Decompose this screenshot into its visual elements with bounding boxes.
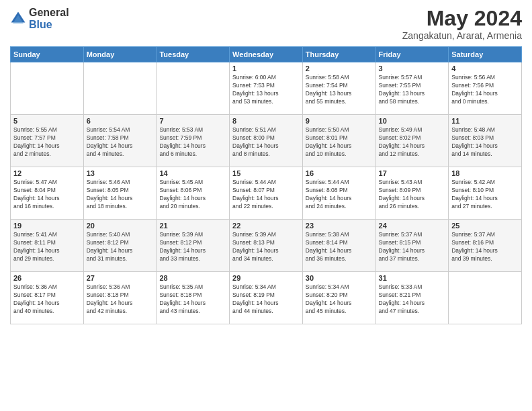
day-info: Sunrise: 5:55 AM Sunset: 7:57 PM Dayligh…: [13, 126, 81, 158]
day-number: 21: [159, 222, 226, 230]
calendar-cell: [83, 62, 157, 115]
day-info: Sunrise: 5:56 AM Sunset: 7:56 PM Dayligh…: [451, 74, 519, 106]
day-info: Sunrise: 5:53 AM Sunset: 7:59 PM Dayligh…: [159, 126, 226, 158]
calendar-cell: 24Sunrise: 5:37 AM Sunset: 8:15 PM Dayli…: [375, 220, 449, 272]
calendar-week-row: 5Sunrise: 5:55 AM Sunset: 7:57 PM Daylig…: [11, 115, 522, 167]
day-number: 17: [379, 169, 446, 177]
calendar-cell: 15Sunrise: 5:44 AM Sunset: 8:07 PM Dayli…: [230, 167, 303, 220]
calendar-cell: [449, 272, 522, 324]
day-number: 25: [451, 222, 519, 230]
day-number: 10: [379, 117, 446, 125]
day-number: 15: [232, 169, 300, 177]
day-info: Sunrise: 5:36 AM Sunset: 8:18 PM Dayligh…: [87, 283, 154, 316]
title-block: May 2024 Zangakatun, Ararat, Armenia: [402, 7, 522, 41]
day-number: 8: [232, 117, 300, 125]
day-info: Sunrise: 5:34 AM Sunset: 8:20 PM Dayligh…: [306, 283, 373, 316]
day-info: Sunrise: 5:48 AM Sunset: 8:03 PM Dayligh…: [451, 126, 519, 158]
day-number: 26: [13, 274, 81, 282]
day-info: Sunrise: 5:58 AM Sunset: 7:54 PM Dayligh…: [306, 74, 373, 106]
month-year-title: May 2024: [402, 7, 522, 30]
calendar-cell: 30Sunrise: 5:34 AM Sunset: 8:20 PM Dayli…: [302, 272, 375, 324]
day-info: Sunrise: 5:40 AM Sunset: 8:12 PM Dayligh…: [87, 231, 154, 263]
day-number: 22: [232, 222, 300, 230]
logo-icon: [10, 11, 26, 27]
day-number: 30: [306, 274, 373, 282]
calendar-cell: 19Sunrise: 5:41 AM Sunset: 8:11 PM Dayli…: [11, 220, 84, 272]
col-header-sunday: Sunday: [11, 47, 84, 62]
day-info: Sunrise: 5:45 AM Sunset: 8:06 PM Dayligh…: [159, 179, 226, 211]
calendar-cell: 18Sunrise: 5:42 AM Sunset: 8:10 PM Dayli…: [449, 167, 522, 220]
day-info: Sunrise: 5:33 AM Sunset: 8:21 PM Dayligh…: [379, 283, 446, 316]
location-subtitle: Zangakatun, Ararat, Armenia: [402, 30, 522, 41]
day-number: 5: [13, 117, 81, 125]
col-header-saturday: Saturday: [449, 47, 522, 62]
day-info: Sunrise: 5:51 AM Sunset: 8:00 PM Dayligh…: [232, 126, 300, 158]
day-number: 28: [159, 274, 226, 282]
day-number: 20: [87, 222, 154, 230]
col-header-thursday: Thursday: [302, 47, 375, 62]
col-header-wednesday: Wednesday: [230, 47, 303, 62]
logo: General Blue: [10, 7, 69, 31]
calendar-cell: 12Sunrise: 5:47 AM Sunset: 8:04 PM Dayli…: [11, 167, 84, 220]
col-header-monday: Monday: [83, 47, 157, 62]
day-info: Sunrise: 5:37 AM Sunset: 8:16 PM Dayligh…: [451, 231, 519, 263]
day-info: Sunrise: 5:41 AM Sunset: 8:11 PM Dayligh…: [13, 231, 81, 263]
day-info: Sunrise: 5:37 AM Sunset: 8:15 PM Dayligh…: [379, 231, 446, 263]
day-number: 11: [451, 117, 519, 125]
calendar-cell: 8Sunrise: 5:51 AM Sunset: 8:00 PM Daylig…: [230, 115, 303, 167]
col-header-tuesday: Tuesday: [157, 47, 230, 62]
calendar-cell: 2Sunrise: 5:58 AM Sunset: 7:54 PM Daylig…: [302, 62, 375, 115]
calendar-week-row: 12Sunrise: 5:47 AM Sunset: 8:04 PM Dayli…: [11, 167, 522, 220]
day-number: 29: [232, 274, 300, 282]
day-info: Sunrise: 5:34 AM Sunset: 8:19 PM Dayligh…: [232, 283, 300, 316]
day-number: 14: [159, 169, 226, 177]
day-info: Sunrise: 5:49 AM Sunset: 8:02 PM Dayligh…: [379, 126, 446, 158]
calendar-week-row: 1Sunrise: 6:00 AM Sunset: 7:53 PM Daylig…: [11, 62, 522, 115]
calendar-cell: 26Sunrise: 5:36 AM Sunset: 8:17 PM Dayli…: [11, 272, 84, 324]
day-info: Sunrise: 5:57 AM Sunset: 7:55 PM Dayligh…: [379, 74, 446, 106]
day-info: Sunrise: 5:44 AM Sunset: 8:08 PM Dayligh…: [306, 179, 373, 211]
calendar-week-row: 19Sunrise: 5:41 AM Sunset: 8:11 PM Dayli…: [11, 220, 522, 272]
day-number: 16: [306, 169, 373, 177]
calendar-cell: 5Sunrise: 5:55 AM Sunset: 7:57 PM Daylig…: [11, 115, 84, 167]
day-info: Sunrise: 5:46 AM Sunset: 8:05 PM Dayligh…: [87, 179, 154, 211]
calendar-cell: 16Sunrise: 5:44 AM Sunset: 8:08 PM Dayli…: [302, 167, 375, 220]
day-info: Sunrise: 5:39 AM Sunset: 8:12 PM Dayligh…: [159, 231, 226, 263]
calendar-cell: 29Sunrise: 5:34 AM Sunset: 8:19 PM Dayli…: [230, 272, 303, 324]
day-number: 19: [13, 222, 81, 230]
header: General Blue May 2024 Zangakatun, Ararat…: [10, 7, 522, 41]
calendar-cell: 6Sunrise: 5:54 AM Sunset: 7:58 PM Daylig…: [83, 115, 157, 167]
day-number: 12: [13, 169, 81, 177]
day-info: Sunrise: 5:42 AM Sunset: 8:10 PM Dayligh…: [451, 179, 519, 211]
logo-blue: Blue: [29, 19, 52, 30]
calendar-cell: 20Sunrise: 5:40 AM Sunset: 8:12 PM Dayli…: [83, 220, 157, 272]
day-number: 2: [306, 64, 373, 73]
calendar-cell: 27Sunrise: 5:36 AM Sunset: 8:18 PM Dayli…: [83, 272, 157, 324]
day-number: 27: [87, 274, 154, 282]
day-number: 1: [232, 64, 300, 73]
calendar-header-row: SundayMondayTuesdayWednesdayThursdayFrid…: [11, 47, 522, 62]
day-info: Sunrise: 5:44 AM Sunset: 8:07 PM Dayligh…: [232, 179, 300, 211]
calendar-cell: 23Sunrise: 5:38 AM Sunset: 8:14 PM Dayli…: [302, 220, 375, 272]
col-header-friday: Friday: [375, 47, 449, 62]
day-info: Sunrise: 5:47 AM Sunset: 8:04 PM Dayligh…: [13, 179, 81, 211]
calendar-cell: 10Sunrise: 5:49 AM Sunset: 8:02 PM Dayli…: [375, 115, 449, 167]
day-info: Sunrise: 5:54 AM Sunset: 7:58 PM Dayligh…: [87, 126, 154, 158]
logo-general: General: [29, 7, 69, 18]
calendar-cell: 22Sunrise: 5:39 AM Sunset: 8:13 PM Dayli…: [230, 220, 303, 272]
calendar-cell: [157, 62, 230, 115]
calendar-week-row: 26Sunrise: 5:36 AM Sunset: 8:17 PM Dayli…: [11, 272, 522, 324]
day-number: 23: [306, 222, 373, 230]
calendar-cell: 13Sunrise: 5:46 AM Sunset: 8:05 PM Dayli…: [83, 167, 157, 220]
calendar-cell: 9Sunrise: 5:50 AM Sunset: 8:01 PM Daylig…: [302, 115, 375, 167]
day-info: Sunrise: 5:43 AM Sunset: 8:09 PM Dayligh…: [379, 179, 446, 211]
day-number: 9: [306, 117, 373, 125]
day-number: 7: [159, 117, 226, 125]
calendar-cell: 11Sunrise: 5:48 AM Sunset: 8:03 PM Dayli…: [449, 115, 522, 167]
day-number: 4: [451, 64, 519, 73]
day-number: 18: [451, 169, 519, 177]
calendar-cell: [11, 62, 84, 115]
calendar-cell: 28Sunrise: 5:35 AM Sunset: 8:18 PM Dayli…: [157, 272, 230, 324]
calendar-cell: 7Sunrise: 5:53 AM Sunset: 7:59 PM Daylig…: [157, 115, 230, 167]
calendar-cell: 21Sunrise: 5:39 AM Sunset: 8:12 PM Dayli…: [157, 220, 230, 272]
